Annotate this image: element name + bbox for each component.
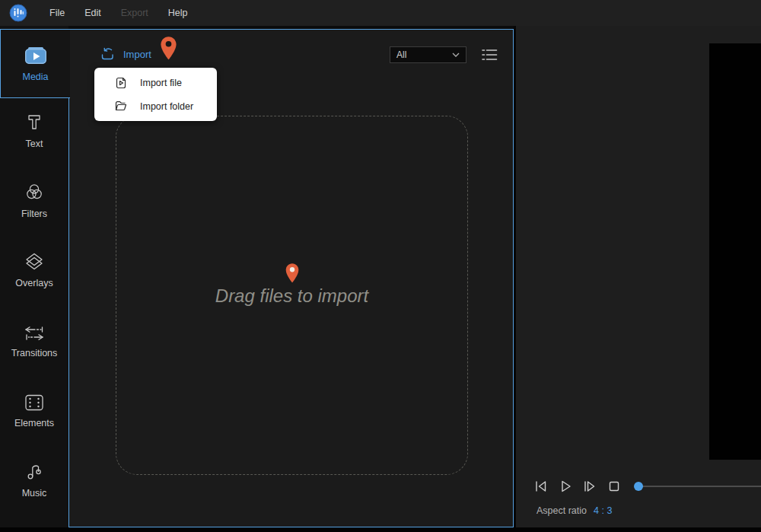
music-icon — [24, 461, 45, 483]
bottom-strip — [0, 527, 761, 532]
media-filter-select[interactable]: All — [390, 46, 466, 63]
folder-icon — [114, 100, 128, 113]
menu-export: Export — [111, 0, 158, 26]
file-play-icon — [114, 75, 128, 90]
sidebar-item-media[interactable]: Media — [0, 29, 70, 98]
next-frame-button[interactable] — [581, 478, 598, 495]
chevron-down-icon — [452, 53, 460, 57]
play-button[interactable] — [557, 478, 574, 495]
filters-icon — [24, 182, 45, 203]
app-window: File Edit Export Help Media Text — [0, 0, 761, 532]
sidebar-item-overlays[interactable]: Overlays — [0, 241, 68, 288]
stop-button[interactable] — [606, 478, 622, 495]
import-icon — [100, 46, 116, 62]
sidebar-item-filters[interactable]: Filters — [0, 172, 68, 219]
import-button[interactable]: Import — [100, 46, 151, 62]
preview-panel: Aspect ratio 4 : 3 — [516, 26, 761, 527]
sidebar-item-label: Text — [26, 139, 43, 149]
video-preview-screen — [709, 43, 761, 460]
aspect-ratio-value[interactable]: 4 : 3 — [594, 505, 612, 516]
import-dropdown-menu: Import file Import folder — [94, 68, 217, 121]
menu-item-label: Import file — [140, 78, 182, 88]
previous-frame-button[interactable] — [533, 478, 549, 495]
sidebar-item-music[interactable]: Music — [0, 451, 68, 499]
text-icon — [24, 112, 45, 133]
location-pin-icon — [285, 263, 299, 284]
sidebar-item-label: Filters — [21, 209, 47, 219]
seek-thumb[interactable] — [634, 482, 643, 491]
seek-track[interactable] — [638, 486, 761, 487]
list-view-icon[interactable] — [479, 46, 500, 63]
aspect-ratio-label: Aspect ratio — [537, 505, 587, 516]
menu-help[interactable]: Help — [158, 0, 198, 26]
import-button-label: Import — [123, 49, 151, 60]
sidebar-item-label: Music — [22, 488, 47, 499]
sidebar-item-label: Media — [22, 72, 48, 82]
seek-slider[interactable] — [634, 478, 761, 495]
menubar: File Edit Export Help — [0, 0, 761, 26]
media-icon — [23, 45, 49, 66]
sidebar-item-label: Elements — [14, 418, 54, 428]
sidebar-item-label: Overlays — [15, 278, 53, 288]
overlays-icon — [23, 251, 46, 272]
drag-drop-zone[interactable]: Drag files to import — [116, 116, 468, 475]
transitions-icon — [22, 324, 46, 342]
panel-divider — [514, 26, 516, 527]
media-panel: Import All — [68, 29, 514, 527]
sidebar-item-elements[interactable]: Elements — [0, 381, 68, 428]
menu-edit[interactable]: Edit — [75, 0, 111, 26]
elements-icon — [23, 393, 46, 413]
dropzone-label: Drag files to import — [116, 285, 467, 307]
media-filter-value: All — [396, 49, 406, 60]
sidebar-item-text[interactable]: Text — [0, 102, 68, 149]
sidebar-item-label: Transitions — [11, 348, 58, 358]
menu-item-import-folder[interactable]: Import folder — [94, 97, 217, 116]
menu-item-import-file[interactable]: Import file — [94, 73, 217, 92]
menu-file[interactable]: File — [40, 0, 75, 26]
sidebar-item-transitions[interactable]: Transitions — [0, 311, 68, 358]
app-logo-icon[interactable] — [9, 4, 27, 22]
playback-controls — [533, 478, 622, 495]
location-pin-icon — [160, 36, 177, 61]
menu-item-label: Import folder — [140, 101, 193, 112]
aspect-ratio-row: Aspect ratio 4 : 3 — [537, 505, 612, 516]
